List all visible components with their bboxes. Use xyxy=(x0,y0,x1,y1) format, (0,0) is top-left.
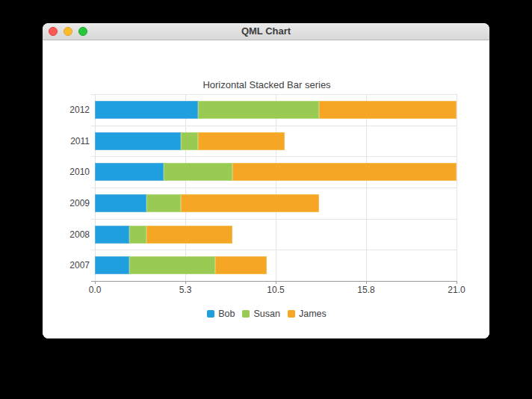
y-axis-label: 2012 xyxy=(43,104,90,116)
x-axis-line xyxy=(91,281,457,282)
bar-segment-susan-2009 xyxy=(146,194,181,212)
window-titlebar[interactable]: QML Chart xyxy=(43,23,489,40)
x-axis-label: 21.0 xyxy=(434,285,479,295)
bar-segment-bob-2007 xyxy=(95,256,129,274)
y-axis-label: 2009 xyxy=(43,197,90,209)
desktop-background: { "window": { "title": "QML Chart" }, "c… xyxy=(0,0,532,399)
y-axis-label: 2011 xyxy=(43,135,90,147)
y-axis-label: 2008 xyxy=(43,229,90,241)
legend-item-susan[interactable]: Susan xyxy=(242,308,279,320)
bar-segment-susan-2011 xyxy=(181,132,198,150)
bar-segment-bob-2012 xyxy=(95,101,198,119)
gridline-horizontal xyxy=(91,156,457,157)
legend-marker-icon xyxy=(207,310,214,318)
x-axis-label: 10.5 xyxy=(253,285,298,295)
y-axis-label: 2007 xyxy=(43,259,90,271)
bar-segment-susan-2010 xyxy=(164,163,232,181)
app-window: QML Chart Horizontal Stacked Bar series … xyxy=(43,23,489,338)
bar-2009 xyxy=(95,194,319,212)
bar-segment-james-2008 xyxy=(146,226,232,244)
bar-segment-bob-2010 xyxy=(95,163,164,181)
chart-legend: BobSusanJames xyxy=(72,308,461,320)
bar-segment-james-2007 xyxy=(215,256,267,274)
gridline-horizontal xyxy=(91,250,457,250)
legend-marker-icon xyxy=(242,310,250,318)
plot-area xyxy=(95,94,457,281)
legend-label: Bob xyxy=(218,308,235,320)
x-axis-tick xyxy=(457,281,457,284)
bar-segment-bob-2011 xyxy=(95,132,181,150)
bar-segment-bob-2008 xyxy=(95,226,129,244)
chart-title: Horizontal Stacked Bar series xyxy=(72,79,461,90)
gridline-horizontal xyxy=(91,126,457,126)
bar-2012 xyxy=(95,101,457,119)
bar-segment-bob-2009 xyxy=(95,194,146,212)
bar-2008 xyxy=(95,226,232,244)
bar-2010 xyxy=(95,163,457,181)
x-axis-label: 5.3 xyxy=(163,285,208,295)
bar-2007 xyxy=(95,256,267,274)
legend-label: James xyxy=(299,308,327,320)
x-axis-label: 15.8 xyxy=(344,285,389,295)
x-axis-label: 0.0 xyxy=(72,285,117,295)
bar-2011 xyxy=(95,132,285,150)
gridline-horizontal xyxy=(91,188,457,188)
gridline-vertical xyxy=(457,94,457,281)
bar-segment-susan-2007 xyxy=(129,256,215,274)
window-content: Horizontal Stacked Bar series 2012201120… xyxy=(43,40,489,338)
window-title: QML Chart xyxy=(43,23,489,40)
legend-label: Susan xyxy=(253,308,279,320)
legend-item-bob[interactable]: Bob xyxy=(207,308,235,320)
legend-item-james[interactable]: James xyxy=(288,308,327,320)
legend-marker-icon xyxy=(288,310,295,318)
bar-segment-susan-2012 xyxy=(198,101,319,119)
bar-segment-james-2012 xyxy=(319,101,457,119)
bar-segment-james-2011 xyxy=(198,132,285,150)
gridline-horizontal xyxy=(91,94,457,95)
bar-segment-james-2010 xyxy=(232,163,457,181)
y-axis-label: 2010 xyxy=(43,166,90,178)
bar-segment-susan-2008 xyxy=(129,226,146,244)
gridline-horizontal xyxy=(91,219,457,220)
bar-segment-james-2009 xyxy=(181,194,319,212)
